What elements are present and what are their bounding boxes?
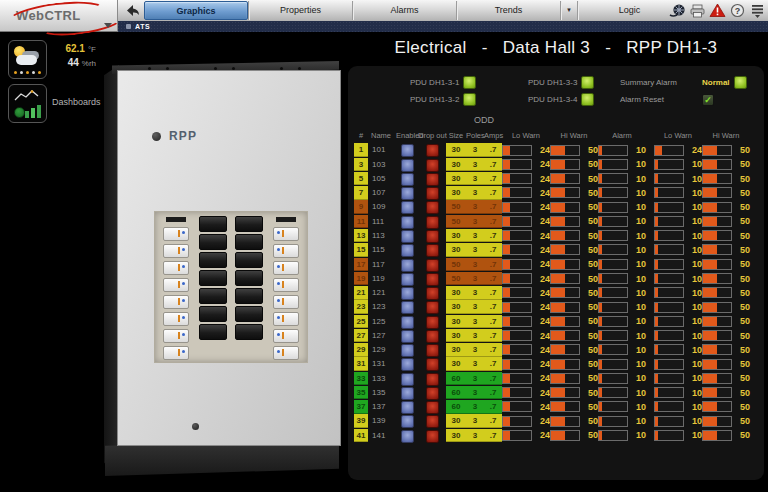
enabled-button[interactable] [401,344,414,357]
alarm-slider[interactable] [598,416,628,427]
hi-warn-slider[interactable] [550,173,580,184]
drop-out-button[interactable] [426,401,439,414]
alarm-slider[interactable] [598,287,628,298]
lo-warn-2-slider[interactable] [654,187,684,198]
lo-warn-slider[interactable] [502,344,532,355]
lo-warn-slider[interactable] [502,416,532,427]
lo-warn-slider[interactable] [502,273,532,284]
alarm-slider[interactable] [598,145,628,156]
lo-warn-slider[interactable] [502,259,532,270]
lo-warn-2-slider[interactable] [654,202,684,213]
pdu-4-indicator-button[interactable] [581,93,594,106]
hi-warn-2-slider[interactable] [702,373,732,384]
hi-warn-2-slider[interactable] [702,302,732,313]
hi-warn-2-slider[interactable] [702,159,732,170]
enabled-button[interactable] [401,430,414,443]
lo-warn-slider[interactable] [502,202,532,213]
lo-warn-2-slider[interactable] [654,387,684,398]
lo-warn-slider[interactable] [502,316,532,327]
lo-warn-2-slider[interactable] [654,287,684,298]
hi-warn-2-slider[interactable] [702,145,732,156]
alarm-slider[interactable] [598,259,628,270]
logo-dropdown-caret[interactable] [104,23,112,28]
drop-out-button[interactable] [426,273,439,286]
lo-warn-2-slider[interactable] [654,259,684,270]
alarm-slider[interactable] [598,316,628,327]
lo-warn-slider[interactable] [502,373,532,384]
lo-warn-2-slider[interactable] [654,416,684,427]
enabled-button[interactable] [401,358,414,371]
hi-warn-2-slider[interactable] [702,273,732,284]
alarm-slider[interactable] [598,401,628,412]
hi-warn-slider[interactable] [550,273,580,284]
drop-out-button[interactable] [426,244,439,257]
drop-out-button[interactable] [426,230,439,243]
enabled-button[interactable] [401,187,414,200]
pdu-1-indicator-button[interactable] [463,76,476,89]
alarm-slider[interactable] [598,173,628,184]
hi-warn-slider[interactable] [550,344,580,355]
hi-warn-slider[interactable] [550,387,580,398]
lo-warn-2-slider[interactable] [654,302,684,313]
lo-warn-2-slider[interactable] [654,230,684,241]
print-icon[interactable] [688,2,706,20]
alarm-slider[interactable] [598,387,628,398]
alarm-slider[interactable] [598,202,628,213]
hi-warn-2-slider[interactable] [702,216,732,227]
enabled-button[interactable] [401,273,414,286]
enabled-button[interactable] [401,159,414,172]
drop-out-button[interactable] [426,187,439,200]
hi-warn-slider[interactable] [550,302,580,313]
lo-warn-slider[interactable] [502,359,532,370]
pdu-3-indicator-button[interactable] [581,76,594,89]
lo-warn-2-slider[interactable] [654,344,684,355]
hi-warn-slider[interactable] [550,430,580,441]
drop-out-button[interactable] [426,216,439,229]
hi-warn-2-slider[interactable] [702,416,732,427]
tab-trends[interactable]: Trends [456,1,560,20]
navigation-wheel-icon[interactable] [668,2,686,20]
hi-warn-slider[interactable] [550,401,580,412]
lo-warn-2-slider[interactable] [654,159,684,170]
lo-warn-slider[interactable] [502,330,532,341]
lo-warn-2-slider[interactable] [654,430,684,441]
alarm-reset-checkbox[interactable]: ✓ [702,94,714,106]
drop-out-button[interactable] [426,173,439,186]
breadcrumb-label[interactable]: ATS [135,23,150,30]
lo-warn-slider[interactable] [502,145,532,156]
drop-out-button[interactable] [426,159,439,172]
drop-out-button[interactable] [426,373,439,386]
hi-warn-slider[interactable] [550,159,580,170]
drop-out-button[interactable] [426,144,439,157]
drop-out-button[interactable] [426,316,439,329]
hi-warn-2-slider[interactable] [702,387,732,398]
hi-warn-2-slider[interactable] [702,259,732,270]
enabled-button[interactable] [401,301,414,314]
tab-logic[interactable]: Logic [577,1,681,20]
tab-graphics[interactable]: Graphics [144,1,248,20]
enabled-button[interactable] [401,387,414,400]
hi-warn-2-slider[interactable] [702,173,732,184]
drop-out-button[interactable] [426,201,439,214]
drop-out-button[interactable] [426,430,439,443]
lo-warn-2-slider[interactable] [654,244,684,255]
hi-warn-2-slider[interactable] [702,330,732,341]
hi-warn-2-slider[interactable] [702,359,732,370]
hi-warn-2-slider[interactable] [702,244,732,255]
alarm-slider[interactable] [598,230,628,241]
alarm-slider[interactable] [598,359,628,370]
lo-warn-slider[interactable] [502,387,532,398]
webctrl-logo[interactable]: WebCTRL [0,0,118,32]
alarm-slider[interactable] [598,244,628,255]
alarm-slider[interactable] [598,273,628,284]
drop-out-button[interactable] [426,287,439,300]
enabled-button[interactable] [401,415,414,428]
lo-warn-slider[interactable] [502,159,532,170]
hi-warn-2-slider[interactable] [702,187,732,198]
drop-out-button[interactable] [426,358,439,371]
lo-warn-2-slider[interactable] [654,373,684,384]
enabled-button[interactable] [401,244,414,257]
hi-warn-slider[interactable] [550,145,580,156]
drop-out-button[interactable] [426,301,439,314]
hi-warn-slider[interactable] [550,359,580,370]
